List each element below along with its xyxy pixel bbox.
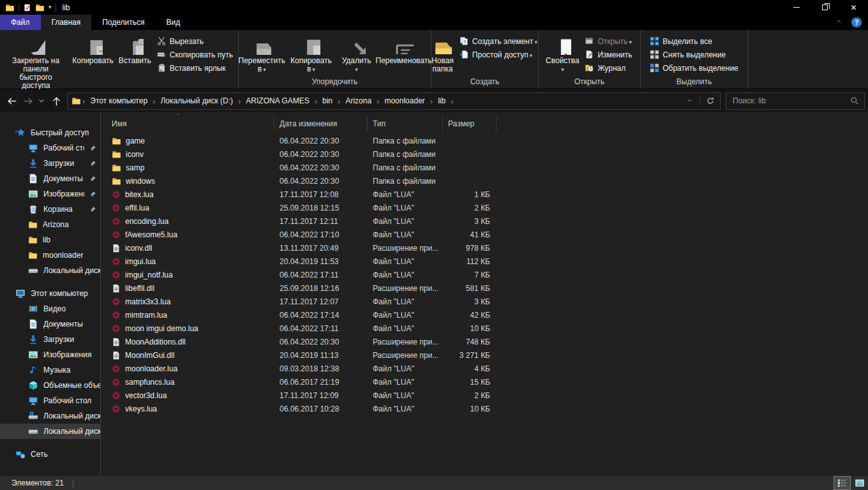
help-button[interactable]: ? bbox=[851, 17, 862, 27]
file-row[interactable]: vkeys.lua06.06.2017 10:28Файл "LUA"10 КБ bbox=[101, 402, 868, 415]
file-row[interactable]: bitex.lua17.11.2017 12:08Файл "LUA"1 КБ bbox=[101, 188, 868, 201]
sidebar-item[interactable]: Музыка bbox=[0, 362, 100, 378]
sidebar-item[interactable]: Локальный диск (C bbox=[0, 408, 100, 424]
file-row[interactable]: matrix3x3.lua17.11.2017 12:07Файл "LUA"3… bbox=[101, 295, 868, 308]
sidebar-section-network[interactable]: Сеть bbox=[0, 447, 100, 462]
sidebar-item[interactable]: Рабочий стол bbox=[0, 140, 100, 156]
paste-button[interactable]: Вставить bbox=[117, 32, 153, 65]
file-row[interactable]: mimtram.lua06.04.2022 17:14Файл "LUA"42 … bbox=[101, 308, 868, 322]
file-row[interactable]: MoonAdditions.dll06.04.2022 20:30Расшире… bbox=[101, 335, 868, 348]
search-box[interactable] bbox=[726, 93, 865, 110]
close-button[interactable]: ✕ bbox=[839, 0, 868, 15]
breadcrumb-item[interactable]: bin bbox=[318, 96, 336, 105]
up-button[interactable] bbox=[48, 93, 64, 109]
breadcrumb-item[interactable]: lib bbox=[434, 96, 449, 105]
new-folder-button[interactable]: Новая папка bbox=[430, 32, 456, 73]
invert-selection-icon bbox=[650, 63, 659, 73]
paste-shortcut-button[interactable]: Вставить ярлык bbox=[154, 61, 236, 75]
qat-customize-caret-icon[interactable]: ▾ bbox=[49, 4, 52, 10]
breadcrumb-item[interactable]: moonloader bbox=[380, 96, 428, 105]
file-row[interactable]: windows06.04.2022 20:30Папка с файлами bbox=[101, 174, 868, 188]
breadcrumb-item[interactable]: Arizona bbox=[341, 96, 375, 105]
column-header-name[interactable]: Имя bbox=[101, 116, 274, 131]
pin-to-quick-access-button[interactable]: Закрепить на панели быстрого доступа bbox=[3, 32, 69, 90]
invert-selection-button[interactable]: Обратить выделение bbox=[647, 61, 741, 75]
address-bar[interactable]: ›Этот компьютер›Локальный диск (D:)›ARIZ… bbox=[67, 93, 721, 110]
tab-Файл[interactable]: Файл bbox=[0, 15, 41, 30]
sidebar-item[interactable]: Документы bbox=[0, 171, 100, 186]
delete-button[interactable]: Удалить bbox=[340, 32, 373, 74]
recent-locations-button[interactable] bbox=[36, 93, 48, 109]
sidebar-item[interactable]: moonloader bbox=[0, 248, 100, 263]
cut-button[interactable]: Вырезать bbox=[154, 34, 236, 48]
back-button[interactable] bbox=[3, 93, 20, 109]
tab-Главная[interactable]: Главная bbox=[41, 15, 92, 30]
sidebar-item[interactable]: Корзина bbox=[0, 202, 100, 217]
file-row[interactable]: game06.04.2022 20:30Папка с файлами bbox=[101, 134, 868, 147]
file-row[interactable]: effil.lua25.09.2018 12:15Файл "LUA"2 КБ bbox=[101, 201, 868, 214]
file-row[interactable]: imgui_notf.lua06.04.2022 17:11Файл "LUA"… bbox=[101, 268, 868, 281]
rename-button[interactable]: Переименовать bbox=[375, 32, 433, 65]
sidebar-item[interactable]: Видео bbox=[0, 301, 100, 316]
column-header-size[interactable]: Размер bbox=[443, 116, 497, 131]
sidebar-item[interactable]: Документы bbox=[0, 316, 100, 332]
history-button[interactable]: Журнал bbox=[582, 61, 634, 75]
tab-Вид[interactable]: Вид bbox=[155, 15, 191, 30]
qat-properties-icon[interactable] bbox=[23, 3, 31, 12]
collapse-ribbon-icon[interactable] bbox=[836, 19, 844, 26]
restore-button[interactable] bbox=[811, 0, 839, 15]
file-date: 17.11.2017 12:09 bbox=[274, 391, 368, 400]
minimize-button[interactable] bbox=[782, 0, 811, 15]
file-row[interactable]: encoding.lua17.11.2017 12:11Файл "LUA"3 … bbox=[101, 214, 868, 228]
copy-to-button[interactable]: Копировать в bbox=[288, 32, 334, 74]
breadcrumb-item[interactable]: Локальный диск (D:) bbox=[156, 96, 237, 105]
column-header-date[interactable]: Дата изменения bbox=[274, 116, 368, 131]
sidebar-item[interactable]: Изображения bbox=[0, 347, 100, 362]
thumbnails-view-button[interactable] bbox=[851, 476, 868, 490]
sidebar-section-quick-access[interactable]: Быстрый доступ bbox=[0, 125, 100, 140]
file-row[interactable]: moon imgui demo.lua06.04.2022 17:11Файл … bbox=[101, 322, 868, 335]
properties-button[interactable]: Свойства bbox=[544, 32, 581, 74]
button-label: папка bbox=[433, 65, 453, 73]
details-view-button[interactable] bbox=[834, 476, 851, 490]
sidebar-item[interactable]: lib bbox=[0, 232, 100, 248]
file-row[interactable]: samp06.04.2022 20:30Папка с файлами bbox=[101, 161, 868, 174]
sidebar-item[interactable]: Локальный диск (D bbox=[0, 263, 100, 278]
file-row[interactable]: imgui.lua20.04.2019 11:53Файл "LUA"112 К… bbox=[101, 255, 868, 268]
file-row[interactable]: MoonImGui.dll20.04.2019 11:13Расширение … bbox=[101, 348, 868, 362]
dropdown-caret-icon bbox=[561, 65, 564, 74]
file-row[interactable]: fAwesome5.lua06.04.2022 17:10Файл "LUA"4… bbox=[101, 228, 868, 241]
copy-path-button[interactable]: Скопировать путь bbox=[154, 48, 236, 61]
column-header-type[interactable]: Тип bbox=[368, 116, 443, 131]
breadcrumb-item[interactable]: ARIZONA GAMES bbox=[242, 96, 313, 105]
tab-Поделиться[interactable]: Поделиться bbox=[91, 15, 155, 30]
move-to-button[interactable]: Переместить в bbox=[237, 32, 288, 74]
copy-button[interactable]: Копировать bbox=[70, 32, 116, 65]
search-input[interactable] bbox=[731, 96, 850, 106]
file-row[interactable]: moonloader.lua09.03.2018 12:38Файл "LUA"… bbox=[101, 362, 868, 375]
file-row[interactable]: iconv.dll13.11.2017 20:49Расширение при.… bbox=[101, 241, 868, 255]
new-item-button[interactable]: Создать элемент bbox=[457, 34, 540, 48]
sidebar-item[interactable]: Загрузки bbox=[0, 332, 100, 347]
refresh-button[interactable] bbox=[700, 96, 720, 105]
sidebar-item[interactable]: Изображения bbox=[0, 186, 100, 202]
sidebar-item[interactable]: Рабочий стол bbox=[0, 393, 100, 408]
easy-access-button[interactable]: Простой доступ bbox=[457, 48, 540, 61]
edit-button[interactable]: Изменить bbox=[582, 48, 634, 61]
select-all-button[interactable]: Выделить все bbox=[647, 34, 741, 48]
breadcrumb-item[interactable]: Этот компьютер bbox=[86, 96, 151, 105]
forward-button[interactable] bbox=[20, 93, 36, 109]
file-row[interactable]: vector3d.lua17.11.2017 12:09Файл "LUA"2 … bbox=[101, 389, 868, 402]
file-row[interactable]: libeffil.dll25.09.2018 12:16Расширение п… bbox=[101, 281, 868, 295]
address-dropdown-icon[interactable] bbox=[680, 97, 700, 105]
sidebar-section-this-pc[interactable]: Этот компьютер bbox=[0, 286, 100, 301]
sidebar-item[interactable]: Arizona bbox=[0, 217, 100, 232]
file-row[interactable]: sampfuncs.lua06.06.2017 21:19Файл "LUA"1… bbox=[101, 375, 868, 389]
qat-folder-icon[interactable] bbox=[35, 3, 45, 12]
file-row[interactable]: iconv06.04.2022 20:30Папка с файлами bbox=[101, 147, 868, 161]
select-none-button[interactable]: Снять выделение bbox=[647, 48, 741, 61]
open-button[interactable]: Открыть bbox=[582, 34, 634, 48]
sidebar-item[interactable]: Локальный диск (D bbox=[0, 424, 100, 439]
sidebar-item[interactable]: Объемные объекты bbox=[0, 378, 100, 393]
sidebar-item[interactable]: Загрузки bbox=[0, 156, 100, 171]
